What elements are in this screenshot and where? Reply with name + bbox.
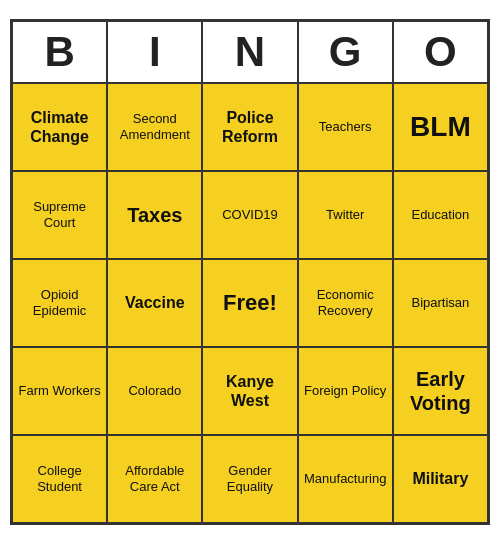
cell-r3-c4: Early Voting [393,347,488,435]
cell-r4-c2: Gender Equality [202,435,297,523]
cell-r0-c2: Police Reform [202,83,297,171]
cell-r2-c3: Economic Recovery [298,259,393,347]
cell-r0-c0: Climate Change [12,83,107,171]
bingo-header: BINGO [12,21,488,83]
cell-r4-c0: College Student [12,435,107,523]
cell-r3-c3: Foreign Policy [298,347,393,435]
cell-r3-c1: Colorado [107,347,202,435]
cell-r4-c1: Affordable Care Act [107,435,202,523]
cell-r4-c4: Military [393,435,488,523]
bingo-letter: O [393,21,488,83]
bingo-letter: G [298,21,393,83]
cell-r0-c4: BLM [393,83,488,171]
cell-r1-c2: COVID19 [202,171,297,259]
cell-r4-c3: Manufacturing [298,435,393,523]
cell-r2-c2: Free! [202,259,297,347]
bingo-grid: Climate ChangeSecond AmendmentPolice Ref… [12,83,488,523]
cell-r3-c2: Kanye West [202,347,297,435]
cell-r1-c3: Twitter [298,171,393,259]
cell-r0-c3: Teachers [298,83,393,171]
cell-r2-c4: Bipartisan [393,259,488,347]
bingo-card: BINGO Climate ChangeSecond AmendmentPoli… [10,19,490,525]
cell-r0-c1: Second Amendment [107,83,202,171]
cell-r2-c0: Opioid Epidemic [12,259,107,347]
cell-r2-c1: Vaccine [107,259,202,347]
cell-r1-c1: Taxes [107,171,202,259]
cell-r1-c4: Education [393,171,488,259]
cell-r3-c0: Farm Workers [12,347,107,435]
bingo-letter: I [107,21,202,83]
cell-r1-c0: Supreme Court [12,171,107,259]
bingo-letter: B [12,21,107,83]
bingo-letter: N [202,21,297,83]
